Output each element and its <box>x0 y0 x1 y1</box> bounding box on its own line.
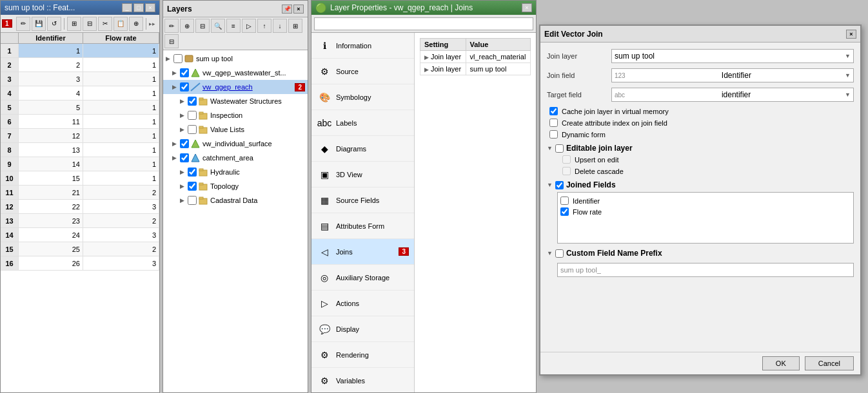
layer-item-inspection[interactable]: ▶ Inspection <box>163 108 308 122</box>
layer-checkbox[interactable] <box>188 97 197 106</box>
layer-checkbox[interactable] <box>180 153 189 162</box>
custom-prefix-checkbox[interactable] <box>555 249 564 258</box>
layers-expand-btn[interactable]: ⊞ <box>288 19 302 33</box>
layer-item-vw_qgep_reach[interactable]: ▶ vw_qgep_reach 2 <box>163 80 308 94</box>
table-row[interactable]: 15 25 2 <box>1 242 159 256</box>
joins-row[interactable]: ▶Join layer sum up tool <box>420 63 531 75</box>
ok-button[interactable]: OK <box>762 356 800 370</box>
table-row[interactable]: 3 3 1 <box>1 72 159 86</box>
layer-item-hydraulic[interactable]: ▶ Hydraulic <box>163 165 308 179</box>
toolbar-btn-6[interactable]: ✂ <box>98 17 112 31</box>
custom-prefix-input[interactable] <box>557 263 854 277</box>
layer-checkbox[interactable] <box>173 54 182 63</box>
joined-fields-checkbox[interactable] <box>555 181 564 189</box>
sidebar-item-actions[interactable]: ▷ Actions <box>311 291 414 316</box>
layerprops-close-btn[interactable]: × <box>522 3 532 12</box>
layers-pin-button[interactable]: 📌 <box>282 5 292 14</box>
table-row[interactable]: 6 11 1 <box>1 115 159 129</box>
layer-checkbox[interactable] <box>188 196 197 205</box>
layer-item-catchment_area[interactable]: ▶ catchment_area <box>163 151 308 165</box>
table-row[interactable]: 5 5 1 <box>1 101 159 115</box>
layer-checkbox[interactable] <box>180 139 189 148</box>
layers-close-button[interactable]: × <box>293 5 304 14</box>
table-row[interactable]: 8 13 1 <box>1 143 159 157</box>
close-button[interactable]: × <box>145 3 155 12</box>
sidebar-item-auxiliary_storage[interactable]: ◎ Auxiliary Storage <box>311 265 414 291</box>
cancel-button[interactable]: Cancel <box>805 356 854 370</box>
sidebar-item-rendering[interactable]: ⚙ Rendering <box>311 342 414 368</box>
layers-add-btn[interactable]: ⊕ <box>180 19 194 33</box>
layers-remove-btn[interactable]: ⊟ <box>195 19 210 33</box>
editjoin-close-btn[interactable]: × <box>846 30 856 39</box>
layers-more-btn[interactable]: ▷ <box>242 19 256 33</box>
sidebar-item-information[interactable]: ℹ Information <box>311 33 414 59</box>
sidebar-item-display[interactable]: 💬 Display <box>311 316 414 342</box>
toolbar-btn-5[interactable]: ⊟ <box>83 17 97 31</box>
sidebar-item-labels[interactable]: abc Labels <box>311 110 414 136</box>
join-field-select[interactable]: 123 Identifier ▼ <box>611 68 854 82</box>
minimize-button[interactable]: _ <box>122 3 132 12</box>
toolbar-btn-4[interactable]: ⊞ <box>67 17 81 31</box>
layers-up-btn[interactable]: ↑ <box>257 19 271 33</box>
maximize-button[interactable]: □ <box>133 3 144 12</box>
layer-checkbox[interactable] <box>188 111 197 120</box>
layer-checkbox[interactable] <box>180 68 189 77</box>
layer-item-sum_up_tool[interactable]: ▶ sum up tool <box>163 52 308 66</box>
table-row[interactable]: 9 14 1 <box>1 157 159 171</box>
sidebar-item-variables[interactable]: ⚙ Variables <box>311 368 414 392</box>
sidebar-item-diagrams[interactable]: ◆ Diagrams <box>311 136 414 162</box>
join-layer-select[interactable]: sum up tool ▼ <box>611 49 854 63</box>
target-field-select[interactable]: abc identifier ▼ <box>611 88 854 102</box>
table-row[interactable]: 12 22 3 <box>1 200 159 214</box>
table-row[interactable]: 14 24 3 <box>1 228 159 242</box>
layer-item-vw_qgep_wastewater[interactable]: ▶ vw_qgep_wastewater_st... <box>163 66 308 80</box>
table-row[interactable]: 11 21 2 <box>1 186 159 200</box>
index-checkbox[interactable] <box>549 119 558 127</box>
upsert-checkbox[interactable] <box>562 155 571 164</box>
joined-field-checkbox[interactable] <box>560 207 569 216</box>
layers-sort-btn[interactable]: ≡ <box>226 19 241 33</box>
dynamic-checkbox[interactable] <box>549 130 558 139</box>
table-row[interactable]: 7 12 1 <box>1 129 159 143</box>
joins-row[interactable]: ▶Join layer vl_reach_material <box>420 51 531 63</box>
delete-checkbox[interactable] <box>562 167 571 175</box>
layers-edit-btn[interactable]: ✏ <box>164 19 179 33</box>
table-row[interactable]: 4 4 1 <box>1 86 159 101</box>
table-row[interactable]: 10 15 1 <box>1 171 159 186</box>
sidebar-item-3dview[interactable]: ▣ 3D View <box>311 162 414 187</box>
layer-checkbox[interactable] <box>188 168 197 177</box>
layer-checkbox[interactable] <box>180 82 189 91</box>
editable-arrow-icon: ▼ <box>547 145 553 151</box>
toolbar-btn-1[interactable]: ✏ <box>16 17 30 31</box>
layerprops-search[interactable] <box>314 17 533 30</box>
table-row[interactable]: 13 23 2 <box>1 214 159 228</box>
sidebar-item-source_fields[interactable]: ▦ Source Fields <box>311 187 414 213</box>
table-row[interactable]: 1 1 1 <box>1 44 159 58</box>
joined-field-checkbox[interactable] <box>560 196 569 205</box>
toolbar-btn-3[interactable]: ↺ <box>47 17 61 31</box>
layer-item-topology[interactable]: ▶ Topology <box>163 179 308 193</box>
sidebar-item-joins[interactable]: ◁ Joins 3 <box>311 239 414 265</box>
layer-item-value_lists[interactable]: ▶ Value Lists <box>163 122 308 137</box>
layer-checkbox[interactable] <box>188 182 197 191</box>
table-row[interactable]: 16 26 3 <box>1 256 159 271</box>
toolbar-btn-8[interactable]: ⊕ <box>129 17 143 31</box>
layers-collapse-btn[interactable]: ⊟ <box>164 34 179 48</box>
titlebar-controls: _ □ × <box>122 3 155 12</box>
layer-checkbox[interactable] <box>188 125 197 134</box>
layer-item-vw_individual_surface[interactable]: ▶ vw_individual_surface <box>163 137 308 151</box>
editable-checkbox[interactable] <box>555 144 564 153</box>
cache-checkbox[interactable] <box>549 107 558 115</box>
cell-flowrate: 1 <box>83 101 159 114</box>
sidebar-item-symbology[interactable]: 🎨 Symbology <box>311 84 414 110</box>
layers-down-btn[interactable]: ↓ <box>273 19 287 33</box>
toolbar-btn-7[interactable]: 📋 <box>113 17 128 31</box>
layer-item-wastewater_structures[interactable]: ▶ Wastewater Structures <box>163 94 308 108</box>
toolbar-btn-2[interactable]: 💾 <box>32 17 46 31</box>
sidebar-item-attributes_form[interactable]: ▤ Attributes Form <box>311 213 414 239</box>
layers-filter-btn[interactable]: 🔍 <box>211 19 225 33</box>
sidebar-item-source[interactable]: ⚙ Source <box>311 59 414 84</box>
table-row[interactable]: 2 2 1 <box>1 58 159 72</box>
layer-item-cadastral_data[interactable]: ▶ Cadastral Data <box>163 193 308 207</box>
layers-title: Layers <box>167 5 192 14</box>
